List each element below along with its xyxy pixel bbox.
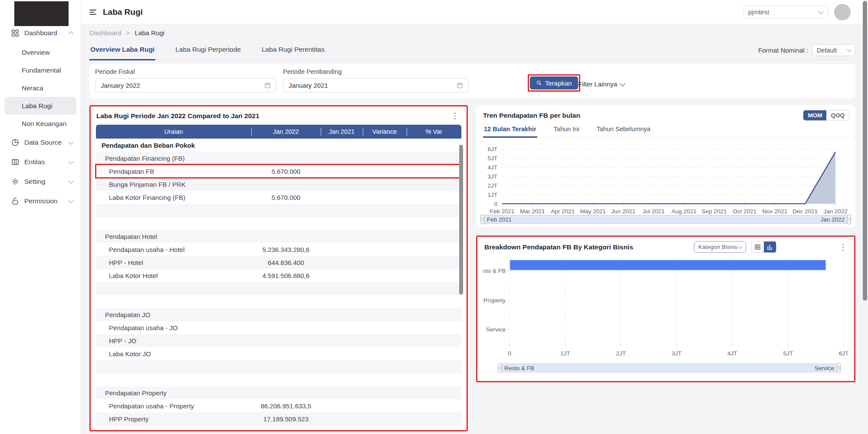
cell-jan-2021: [321, 334, 363, 347]
sidebar-item-data-source[interactable]: Data Source: [0, 133, 81, 152]
sidebar-item-setting[interactable]: Setting: [0, 172, 81, 191]
cell-pct-var: [407, 386, 461, 399]
breakdown-range-slider[interactable]: Resto & FB Service: [500, 364, 839, 372]
cell-uraian: [96, 204, 251, 217]
hamburger-menu-icon[interactable]: [89, 8, 97, 17]
sidebar-item-dashboard[interactable]: Dashboard: [0, 25, 81, 41]
cell-uraian: HPP - Hotel: [96, 256, 251, 269]
sidebar-item-entitas[interactable]: Entitas: [0, 152, 81, 172]
chevron-down-icon: [68, 139, 74, 145]
svg-text:Jul 2021: Jul 2021: [643, 208, 665, 215]
svg-text:0: 0: [494, 201, 497, 207]
cell-jan-2022: 5.670.000: [251, 191, 321, 204]
more-filters-label: Filter Lainnya: [578, 80, 617, 88]
cell-variance: [363, 412, 407, 425]
sidebar-item-laba-rugi[interactable]: Laba Rugi: [4, 97, 76, 115]
cell-pct-var: [407, 360, 461, 373]
more-filters-button[interactable]: Filter Lainnya: [578, 80, 625, 88]
cell-variance: [363, 217, 407, 230]
tab-tahun-sebelumnya[interactable]: Tahun Sebelumnya: [595, 123, 651, 138]
svg-text:1JT: 1JT: [560, 350, 570, 357]
cell-pct-var: [407, 217, 461, 230]
slider-left-label: Resto & FB: [504, 365, 534, 371]
table-view-button[interactable]: [752, 242, 764, 252]
slider-handle-left[interactable]: [498, 363, 502, 373]
cell-jan-2021: [321, 282, 363, 295]
svg-text:5JT: 5JT: [783, 350, 793, 357]
cell-variance: [363, 282, 407, 295]
more-options-icon[interactable]: ⋮: [449, 113, 461, 119]
cell-jan-2021: [321, 386, 363, 399]
calendar-icon[interactable]: [264, 82, 271, 89]
slider-handle-right[interactable]: [837, 363, 841, 373]
cell-jan-2021: [321, 373, 363, 386]
toggle-mom[interactable]: MOM: [803, 110, 826, 120]
slider-handle-left[interactable]: [480, 215, 484, 224]
trend-range-slider[interactable]: Feb 2021 Jan 2022: [482, 215, 849, 224]
breakdown-card: Breakdown Pendapatan FB By Kategori Bisn…: [476, 235, 855, 382]
breadcrumb-parent[interactable]: Dashboard: [89, 29, 121, 36]
breadcrumb: Dashboard > Laba Rugi: [89, 29, 164, 36]
svg-text:1JT: 1JT: [487, 192, 497, 198]
slider-right-label: Jan 2022: [820, 216, 845, 223]
sidebar-item-neraca[interactable]: Neraca: [0, 79, 81, 97]
cell-uraian: Laba Kotor Hotel: [96, 269, 251, 282]
page-scrollbar-thumb[interactable]: [863, 1, 867, 301]
cell-pct-var: [407, 165, 461, 178]
cell-variance: [363, 373, 407, 386]
chevron-down-icon: [68, 159, 74, 164]
tab-tahun-ini[interactable]: Tahun Ini: [553, 123, 580, 138]
cell-pct-var: [407, 373, 461, 386]
toggle-qoq[interactable]: QOQ: [826, 110, 849, 120]
tab-12-bulan-terakhir[interactable]: 12 Bulan Terakhir: [483, 123, 537, 138]
view-toggle-group: [751, 241, 776, 253]
periode-pembanding-input[interactable]: January 2021: [283, 78, 469, 93]
sidebar-item-permission[interactable]: Permission: [0, 191, 81, 211]
sidebar-item-label: Permission: [24, 197, 58, 205]
kategori-bisnis-select[interactable]: Kategori Bisnis: [694, 241, 746, 253]
table-row: Pendapatan usaha - Property86.206.951.63…: [96, 399, 461, 412]
svg-text:6JT: 6JT: [487, 146, 497, 152]
sidebar-item-overview[interactable]: Overview: [0, 43, 81, 61]
sidebar-item-label: Data Source: [24, 139, 62, 146]
cell-jan-2022: [251, 282, 321, 295]
svg-text:2JT: 2JT: [487, 182, 497, 189]
svg-text:Dec 2021: Dec 2021: [792, 208, 818, 215]
table-row: [96, 373, 461, 386]
column-header-uraian: Uraian: [96, 125, 251, 139]
cell-jan-2021: [321, 412, 363, 425]
periode-fiskal-field: Periode Fiskal January 2022: [95, 68, 276, 93]
chart-view-button[interactable]: [764, 242, 776, 252]
cell-jan-2022: 644.836.400: [251, 256, 321, 269]
tab-overview-laba-rugi[interactable]: Overview Laba Rugi: [89, 46, 155, 60]
periode-fiskal-input[interactable]: January 2022: [95, 78, 276, 93]
column-header-jan-2022: Jan 2022: [251, 125, 321, 139]
cell-pct-var: [407, 230, 461, 243]
trend-card-header: Tren Pendapatan FB per bulan MOM QOQ: [476, 105, 855, 123]
format-nominal-select[interactable]: Default: [812, 44, 855, 56]
chevron-down-icon: [68, 178, 74, 184]
cell-pct-var: [407, 412, 461, 425]
cell-jan-2021: [321, 243, 363, 256]
apply-button[interactable]: Terapkan: [530, 76, 578, 89]
more-options-icon[interactable]: ⋮: [837, 244, 849, 250]
user-dropdown[interactable]: pjmtest: [743, 6, 828, 19]
cell-pct-var: [407, 191, 461, 204]
cell-jan-2021: [321, 360, 363, 373]
cell-variance: [363, 243, 407, 256]
cell-pct-var: [407, 243, 461, 256]
table-icon: [11, 158, 19, 166]
sidebar-item-fundamental[interactable]: Fundamental: [0, 61, 81, 79]
slider-handle-right[interactable]: [847, 215, 851, 224]
tab-laba-rugi-perperiode[interactable]: Laba Rugi Perperiode: [174, 46, 242, 60]
table-row: HPP - Hotel644.836.400: [96, 256, 461, 269]
sidebar-item-non-keuangan[interactable]: Non Keuangan: [0, 115, 81, 133]
tab-laba-rugi-perentitas[interactable]: Laba Rugi Perentitas: [261, 46, 326, 60]
table-scrollbar-thumb[interactable]: [459, 145, 463, 295]
cell-uraian: HPP Property: [96, 412, 251, 425]
pl-table-card: Laba Rugi Periode Jan 2022 Compared to J…: [89, 105, 468, 431]
sidebar-dashboard-submenu: Overview Fundamental Neraca Laba Rugi No…: [0, 43, 81, 133]
avatar[interactable]: [834, 4, 851, 20]
calendar-icon[interactable]: [457, 82, 463, 89]
pl-card-title: Laba Rugi Periode Jan 2022 Compared to J…: [96, 112, 260, 120]
